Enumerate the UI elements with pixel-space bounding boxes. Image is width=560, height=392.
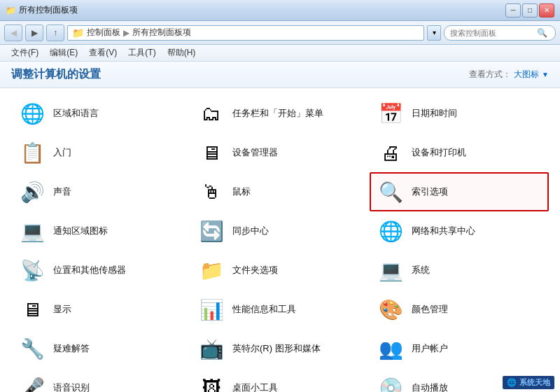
panel-label-user: 用户帐户: [412, 342, 448, 355]
panel-icon-mouse: 🖱: [197, 178, 225, 206]
panel-icon-color: 🎨: [377, 295, 405, 323]
panel-item-sound[interactable]: 🔊声音: [11, 172, 190, 211]
toolbar: 调整计算机的设置 查看方式： 大图标 ▼: [0, 62, 560, 88]
panel-icon-perfinfo: 📊: [197, 295, 225, 323]
page-title: 调整计算机的设置: [11, 67, 101, 82]
panel-icon-devmgr: 🖥: [197, 139, 225, 167]
search-box[interactable]: 🔍: [444, 25, 556, 41]
panel-icon-indexing: 🔍: [377, 178, 405, 206]
panel-item-system[interactable]: 💻系统: [370, 251, 549, 290]
panel-label-sync: 同步中心: [232, 225, 269, 237]
title-bar-left: 📁 所有控制面板项: [6, 4, 78, 16]
panel-item-perfinfo[interactable]: 📊性能信息和工具: [190, 290, 370, 329]
panel-icon-user: 👥: [377, 335, 405, 363]
panel-item-color[interactable]: 🎨颜色管理: [370, 290, 549, 329]
panel-item-network[interactable]: 🌐网络和共享中心: [370, 211, 549, 251]
panel-item-display[interactable]: 🖥显示: [11, 290, 190, 329]
search-icon[interactable]: 🔍: [537, 28, 547, 38]
panel-label-network: 网络和共享中心: [412, 225, 475, 237]
panel-label-system: 系统: [412, 264, 430, 276]
panel-label-devmgr: 设备管理器: [232, 146, 278, 159]
title-bar-icon: 📁: [6, 6, 16, 15]
panel-item-folder[interactable]: 📁文件夹选项: [190, 251, 370, 290]
panel-label-devprinter: 设备和打印机: [412, 146, 466, 159]
menu-tools[interactable]: 工具(T): [122, 46, 161, 60]
panel-item-devprinter[interactable]: 🖨设备和打印机: [370, 133, 549, 172]
panel-item-datetime[interactable]: 📅日期和时间: [370, 94, 549, 133]
panel-item-taskbar[interactable]: 🗂任务栏和「开始」菜单: [190, 94, 370, 133]
panel-label-indexing: 索引选项: [412, 186, 448, 198]
panel-item-mouse[interactable]: 🖱鼠标: [190, 172, 370, 211]
panel-icon-datetime: 📅: [377, 99, 405, 127]
panel-icon-location: 📡: [18, 256, 46, 284]
menu-view[interactable]: 查看(V): [83, 46, 122, 60]
panel-icon-autoplay: 💿: [377, 374, 405, 392]
panel-label-getstarted: 入门: [53, 146, 71, 159]
panel-icon-devprinter: 🖨: [377, 139, 405, 167]
panel-icon-network: 🌐: [377, 217, 405, 245]
panel-item-location[interactable]: 📡位置和其他传感器: [11, 251, 190, 290]
panel-item-intel[interactable]: 📺英特尔(R) 图形和媒体: [190, 329, 370, 368]
menu-edit[interactable]: 编辑(E): [44, 46, 83, 60]
path-part-2: 所有控制面板项: [132, 27, 191, 38]
panel-label-notification: 通知区域图标: [53, 225, 108, 237]
panel-item-speech[interactable]: 🎤语音识别: [11, 368, 190, 392]
panel-label-autoplay: 自动播放: [412, 382, 448, 392]
panel-icon-taskbar: 🗂: [197, 99, 225, 127]
panel-icon-sound: 🔊: [18, 178, 46, 206]
address-bar: ◀ ▶ ↑ 📁 控制面板 ▶ 所有控制面板项 ▾ 🔍: [0, 21, 560, 45]
panel-item-user[interactable]: 👥用户帐户: [370, 329, 549, 368]
content-area: 🌐区域和语言🗂任务栏和「开始」菜单📅日期和时间📋入门🖥设备管理器🖨设备和打印机🔊…: [0, 88, 560, 392]
path-part-1: 控制面板: [87, 27, 120, 38]
panel-item-sync[interactable]: 🔄同步中心: [190, 211, 370, 251]
menu-bar: 文件(F) 编辑(E) 查看(V) 工具(T) 帮助(H): [0, 45, 560, 62]
maximize-button[interactable]: □: [522, 4, 538, 18]
panel-item-getstarted[interactable]: 📋入门: [11, 133, 190, 172]
folder-icon: 📁: [72, 27, 84, 38]
view-arrow-icon[interactable]: ▼: [542, 71, 549, 78]
close-button[interactable]: ✕: [539, 4, 554, 18]
forward-button[interactable]: ▶: [25, 24, 43, 41]
panel-icon-speech: 🎤: [18, 374, 46, 392]
path-dropdown-button[interactable]: ▾: [427, 25, 441, 41]
address-path[interactable]: 📁 控制面板 ▶ 所有控制面板项: [67, 25, 424, 41]
menu-help[interactable]: 帮助(H): [162, 46, 202, 60]
minimize-button[interactable]: ─: [505, 4, 521, 18]
panel-label-location: 位置和其他传感器: [53, 264, 126, 276]
panel-item-gadgets[interactable]: 🖼桌面小工具: [190, 368, 370, 392]
panel-icon-getstarted: 📋: [18, 139, 46, 167]
panel-label-perfinfo: 性能信息和工具: [232, 303, 296, 316]
panel-icon-intel: 📺: [197, 335, 225, 363]
panel-label-folder: 文件夹选项: [232, 264, 278, 276]
up-button[interactable]: ↑: [46, 24, 64, 41]
title-bar-controls: ─ □ ✕: [505, 4, 554, 18]
panel-icon-display: 🖥: [18, 295, 46, 323]
panel-label-taskbar: 任务栏和「开始」菜单: [232, 107, 323, 120]
panel-item-region[interactable]: 🌐区域和语言: [11, 94, 190, 133]
panel-label-color: 颜色管理: [412, 303, 448, 316]
watermark: 🌐 系统天地: [503, 376, 554, 389]
view-label: 查看方式：: [469, 69, 511, 80]
back-button[interactable]: ◀: [4, 24, 22, 41]
panel-label-sound: 声音: [53, 186, 71, 198]
panel-icon-notification: 💻: [18, 217, 46, 245]
title-bar-title: 所有控制面板项: [19, 4, 78, 16]
panel-label-datetime: 日期和时间: [412, 107, 457, 120]
panel-icon-system: 💻: [377, 256, 405, 284]
panel-item-devmgr[interactable]: 🖥设备管理器: [190, 133, 370, 172]
panel-icon-sync: 🔄: [197, 217, 225, 245]
panel-label-intel: 英特尔(R) 图形和媒体: [232, 342, 321, 355]
panel-label-speech: 语音识别: [53, 382, 90, 392]
view-value[interactable]: 大图标: [514, 69, 539, 80]
panel-label-region: 区域和语言: [53, 107, 99, 120]
panel-grid: 🌐区域和语言🗂任务栏和「开始」菜单📅日期和时间📋入门🖥设备管理器🖨设备和打印机🔊…: [0, 88, 560, 392]
title-bar: 📁 所有控制面板项 ─ □ ✕: [0, 0, 560, 21]
panel-label-troubleshoot: 疑难解答: [53, 342, 90, 355]
panel-item-troubleshoot[interactable]: 🔧疑难解答: [11, 329, 190, 368]
panel-item-indexing[interactable]: 🔍索引选项: [370, 172, 549, 211]
panel-icon-troubleshoot: 🔧: [18, 335, 46, 363]
watermark-logo: 系统天地: [519, 377, 550, 388]
panel-item-notification[interactable]: 💻通知区域图标: [11, 211, 190, 251]
search-input[interactable]: [450, 29, 534, 37]
menu-file[interactable]: 文件(F): [6, 46, 44, 60]
